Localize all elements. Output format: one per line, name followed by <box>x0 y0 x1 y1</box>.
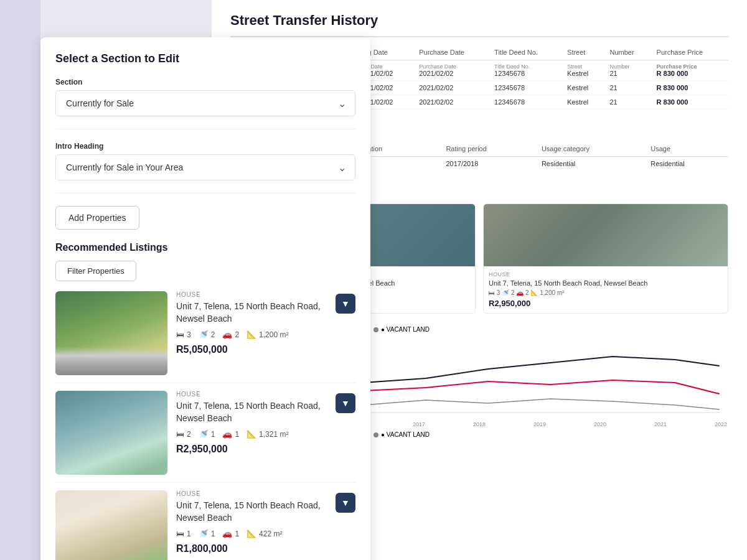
vacant-dot <box>374 327 378 332</box>
beds-feature-2: 🛏 2 <box>176 429 191 439</box>
beds-feature-3: 🛏 1 <box>176 529 191 538</box>
divider-1 <box>55 129 355 129</box>
garage-feature-3: 🚗 1 <box>222 529 239 538</box>
section-label: Section <box>55 78 355 86</box>
sidebar-background <box>0 0 40 560</box>
bath-feature-3: 🚿 1 <box>199 529 215 538</box>
garage-icon-3: 🚗 <box>222 529 232 538</box>
area-card-2-type: HOUSE <box>489 271 723 278</box>
panel-title: Select a Section to Edit <box>55 52 355 65</box>
property-type-1: HOUSE <box>176 291 327 298</box>
property-item-1: HOUSE Unit 7, Telena, 15 North Beach Roa… <box>55 291 355 383</box>
property-price-3: R1,800,000 <box>176 543 327 554</box>
col-price: Purchase Price <box>652 46 728 60</box>
col-title-deed: Title Deed No. <box>489 46 562 60</box>
baths-count-1: 2 <box>211 330 215 339</box>
expand-button-3[interactable]: ▼ <box>336 493 355 513</box>
garage-feature-1: 🚗 2 <box>222 330 239 339</box>
baths-count-3: 1 <box>211 530 215 538</box>
property-price-1: R5,050,000 <box>176 344 327 355</box>
intro-heading-form-group: Intro Heading Currently for Sale in Your… <box>55 142 355 180</box>
area-feature-3: 📐 422 m² <box>247 529 282 538</box>
area-icon-1: 📐 <box>247 330 256 339</box>
legend-vacant: ● VACANT LAND <box>374 326 430 333</box>
area-card-2: HOUSE Unit 7, Telena, 15 North Beach Roa… <box>483 203 728 314</box>
chevron-down-icon-2: ▼ <box>341 398 350 408</box>
intro-heading-value: Currently for Sale in Your Area <box>66 162 345 172</box>
property-type-2: HOUSE <box>176 391 327 398</box>
col-purchase-date: Purchase Date <box>414 46 489 60</box>
col-number: Number <box>604 46 651 60</box>
col-street: Street <box>562 46 604 60</box>
beds-count-1: 3 <box>187 330 191 339</box>
garage-icon-1: 🚗 <box>222 330 232 339</box>
area-card-2-features: 🛏 3 🚿 2 🚗 2 📐 1,200 m² <box>489 289 723 296</box>
legend-vacant-b: ● VACANT LAND <box>374 431 430 438</box>
area-icon-2: 📐 <box>247 429 256 439</box>
bed-icon-3: 🛏 <box>176 529 184 538</box>
property-features-3: 🛏 1 🚿 1 🚗 1 📐 422 m² <box>176 529 327 538</box>
garage-count-2: 1 <box>235 430 239 439</box>
beds-count-2: 2 <box>187 430 191 439</box>
vacant-label: ● VACANT LAND <box>381 326 430 333</box>
chevron-down-icon-3: ▼ <box>341 498 350 508</box>
transfer-history-title: Street Transfer History <box>230 12 728 29</box>
section-value: Currently for Sale <box>66 98 345 108</box>
property-info-2: HOUSE Unit 7, Telena, 15 North Beach Roa… <box>176 391 327 455</box>
property-address-1: Unit 7, Telena, 15 North Beach Road, New… <box>176 301 327 325</box>
garage-count-1: 2 <box>235 330 239 339</box>
baths-count-2: 1 <box>211 430 215 439</box>
intro-heading-chevron-icon: ⌄ <box>338 162 346 174</box>
divider-2 <box>55 193 355 194</box>
left-edit-panel: Select a Section to Edit Section Current… <box>40 37 370 560</box>
chevron-down-icon-1: ▼ <box>341 299 350 309</box>
property-address-3: Unit 7, Telena, 15 North Beach Road, New… <box>176 500 327 524</box>
property-type-3: HOUSE <box>176 490 327 497</box>
intro-heading-label: Intro Heading <box>55 142 355 151</box>
bed-icon-2: 🛏 <box>176 429 184 439</box>
bath-icon-1: 🚿 <box>199 330 209 339</box>
property-features-1: 🛏 3 🚿 2 🚗 2 📐 1,200 m² <box>176 330 327 339</box>
property-thumb-2 <box>55 391 167 475</box>
bath-feature-1: 🚿 2 <box>199 330 215 339</box>
property-image-3 <box>55 490 167 560</box>
expand-button-2[interactable]: ▼ <box>336 393 355 413</box>
area-card-2-body: HOUSE Unit 7, Telena, 15 North Beach Roa… <box>484 266 728 313</box>
property-address-2: Unit 7, Telena, 15 North Beach Road, New… <box>176 400 327 424</box>
property-image-2 <box>55 391 167 475</box>
area-value-2: 1,321 m² <box>259 430 288 439</box>
property-info-1: HOUSE Unit 7, Telena, 15 North Beach Roa… <box>176 291 327 355</box>
property-info-3: HOUSE Unit 7, Telena, 15 North Beach Roa… <box>176 490 327 554</box>
area-value-1: 1,200 m² <box>259 330 288 339</box>
section-form-group: Section Currently for Sale ⌄ <box>55 78 355 116</box>
bath-icon-3: 🚿 <box>199 529 209 538</box>
property-price-2: R2,950,000 <box>176 444 327 455</box>
area-value-3: 422 m² <box>259 530 282 538</box>
intro-heading-select[interactable]: Currently for Sale in Your Area ⌄ <box>55 154 355 180</box>
recommended-listings-title: Recommended Listings <box>55 242 355 253</box>
area-card-2-price: R2,950,000 <box>489 299 723 308</box>
add-properties-button[interactable]: Add Properties <box>55 206 139 230</box>
bath-feature-2: 🚿 1 <box>199 429 215 439</box>
area-card-2-image <box>484 204 728 266</box>
section-chevron-icon: ⌄ <box>338 98 346 110</box>
garage-icon-2: 🚗 <box>222 429 232 439</box>
property-thumb-3 <box>55 490 167 560</box>
garage-count-3: 1 <box>235 530 239 538</box>
area-feature-2: 📐 1,321 m² <box>247 429 288 439</box>
expand-button-1[interactable]: ▼ <box>336 294 355 314</box>
garage-feature-2: 🚗 1 <box>222 429 239 439</box>
property-features-2: 🛏 2 🚿 1 🚗 1 📐 1,321 m² <box>176 429 327 439</box>
area-card-2-address: Unit 7, Telena, 15 North Beach Road, New… <box>489 279 723 287</box>
area-feature-1: 📐 1,200 m² <box>247 330 288 339</box>
section-select[interactable]: Currently for Sale ⌄ <box>55 90 355 116</box>
bed-icon-1: 🛏 <box>176 330 184 339</box>
beds-feature-1: 🛏 3 <box>176 330 191 339</box>
area-icon-3: 📐 <box>247 529 256 538</box>
bath-icon-2: 🚿 <box>199 429 209 439</box>
filter-properties-button[interactable]: Filter Properties <box>55 261 136 281</box>
beds-count-3: 1 <box>187 530 191 538</box>
property-list: HOUSE Unit 7, Telena, 15 North Beach Roa… <box>55 291 355 560</box>
property-item-3: HOUSE Unit 7, Telena, 15 North Beach Roa… <box>55 490 355 560</box>
property-item-2: HOUSE Unit 7, Telena, 15 North Beach Roa… <box>55 391 355 483</box>
